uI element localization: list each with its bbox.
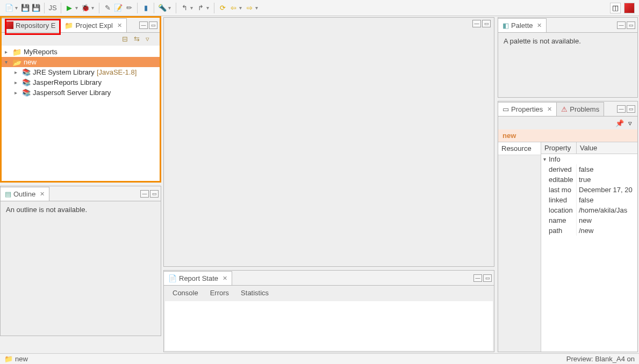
tab-label: Properties (511, 105, 543, 113)
toolbar-separator (154, 3, 154, 13)
report-state-subtabs: Console Errors Statistics (164, 286, 494, 300)
outline-panel: ▤ Outline ✕ — ▭ An outline is not availa… (0, 186, 161, 336)
collapse-all-icon[interactable]: ⊟ (122, 35, 131, 43)
minimize-button[interactable]: — (140, 190, 149, 198)
expand-arrow-icon[interactable]: ▸ (15, 69, 20, 75)
pin-icon[interactable]: 📌 (615, 119, 624, 127)
tree-label: Jaspersoft Server Library (33, 89, 111, 97)
dropdown-icon[interactable]: ▾ (168, 5, 173, 11)
close-icon[interactable]: ✕ (117, 22, 122, 29)
close-icon[interactable]: ✕ (547, 106, 552, 113)
subtab-errors[interactable]: Errors (210, 289, 229, 297)
tab-problems[interactable]: ⚠ Problems (557, 102, 604, 116)
status-bar: 📁 new Preview: Blank_A4 on (0, 353, 639, 364)
debug-icon[interactable]: 🐞 (81, 3, 90, 13)
maximize-button[interactable]: ▭ (627, 21, 635, 29)
palette-icon: ◧ (502, 21, 509, 30)
dropdown-icon[interactable]: ▾ (15, 5, 19, 11)
maximize-button[interactable]: ▭ (149, 21, 157, 29)
tree-item-jre[interactable]: ▸ 📚 JRE System Library [JavaSE-1.8] (2, 67, 160, 77)
category-resource[interactable]: Resource (498, 142, 541, 155)
collapse-arrow-icon[interactable]: ▾ (543, 156, 549, 162)
tab-project-explorer[interactable]: 📁 Project Expl ✕ (60, 18, 126, 32)
toolbar-separator (99, 3, 99, 13)
search-icon[interactable]: 🔦 (157, 3, 167, 13)
nav2-icon[interactable]: ↱ (196, 3, 205, 13)
status-left: new (15, 355, 28, 363)
view-menu-icon[interactable]: ▿ (146, 35, 154, 43)
toolbar-separator (61, 3, 61, 13)
tree-label: new (24, 58, 37, 66)
property-row: linkedfalse (541, 195, 637, 205)
toolbar-separator (214, 3, 214, 13)
dropdown-icon[interactable]: ▾ (75, 5, 80, 11)
link-editor-icon[interactable]: ⇆ (134, 35, 142, 43)
properties-selection-title: new (498, 129, 637, 142)
stop-icon[interactable]: ▮ (141, 3, 150, 13)
tab-label: Project Expl (75, 21, 112, 30)
minimize-button[interactable]: — (139, 21, 148, 29)
tree-item-myreports[interactable]: ▸ 📁 MyReports (2, 47, 160, 57)
perspective-open-icon[interactable]: ◫ (610, 3, 621, 13)
dropdown-icon[interactable]: ▾ (239, 5, 243, 11)
view-menu-icon[interactable]: ▿ (628, 119, 632, 127)
folder-icon: 📁 (64, 21, 73, 30)
maximize-button[interactable]: ▭ (150, 190, 159, 198)
subtab-console[interactable]: Console (173, 289, 198, 297)
tab-repository-explorer[interactable]: Repository E (2, 18, 60, 32)
minimize-button[interactable]: — (473, 274, 482, 282)
tab-outline[interactable]: ▤ Outline ✕ (1, 187, 49, 201)
minimize-button[interactable]: — (617, 105, 626, 113)
close-icon[interactable]: ✕ (222, 275, 227, 282)
js-icon[interactable]: JS (48, 3, 58, 13)
run-icon[interactable]: ▶ (64, 3, 74, 13)
expand-arrow-icon[interactable]: ▸ (5, 49, 10, 55)
tree-item-jaspersoft-server-lib[interactable]: ▸ 📚 Jaspersoft Server Library (2, 88, 160, 98)
jasper-icon (6, 21, 13, 29)
tree-label: JasperReports Library (33, 78, 102, 86)
properties-table: Property Value ▾ Info derivedfalse edita… (541, 142, 637, 352)
expand-arrow-icon[interactable]: ▸ (15, 90, 20, 96)
edit3-icon[interactable]: ✏ (124, 3, 134, 13)
close-icon[interactable]: ✕ (537, 22, 542, 29)
save-all-icon[interactable]: 💾 (31, 3, 41, 13)
save-icon[interactable]: 💾 (20, 3, 30, 13)
maximize-button[interactable]: ▭ (627, 105, 635, 113)
minimize-button[interactable]: — (472, 20, 481, 27)
tab-palette[interactable]: ◧ Palette ✕ (498, 18, 547, 32)
folder-open-icon: 📂 (12, 58, 21, 67)
expand-arrow-icon[interactable]: ▸ (15, 79, 20, 85)
property-row: last moDecember 17, 20 (541, 185, 637, 195)
library-icon: 📚 (22, 78, 31, 86)
minimize-button[interactable]: — (617, 21, 626, 29)
expand-arrow-icon[interactable]: ▾ (5, 59, 10, 65)
forward-icon[interactable]: ⇨ (245, 3, 254, 13)
subtab-statistics[interactable]: Statistics (241, 289, 269, 297)
edit2-icon[interactable]: 📝 (113, 3, 123, 13)
property-row: derivedfalse (541, 164, 637, 174)
tab-report-state[interactable]: 📄 Report State ✕ (164, 271, 232, 285)
back-icon[interactable]: ⇦ (228, 3, 238, 13)
dropdown-icon[interactable]: ▾ (206, 5, 211, 11)
tab-properties[interactable]: ▭ Properties ✕ (498, 102, 557, 116)
tree-item-jasperreports-lib[interactable]: ▸ 📚 JasperReports Library (2, 77, 160, 88)
perspective-jasper-icon[interactable] (624, 3, 635, 13)
dropdown-icon[interactable]: ▾ (91, 5, 96, 11)
report-state-panel: 📄 Report State ✕ — ▭ Console Errors Stat… (163, 270, 494, 352)
nav1-icon[interactable]: ↰ (180, 3, 189, 13)
palette-message: A palette is not available. (498, 33, 637, 49)
maximize-button[interactable]: ▭ (483, 274, 492, 282)
maximize-button[interactable]: ▭ (482, 20, 491, 27)
panel-toolbar: ⊟ ⇆ ▿ (2, 33, 160, 46)
edit-icon[interactable]: ✎ (103, 3, 112, 13)
property-group-info[interactable]: ▾ Info (541, 154, 637, 164)
new-icon[interactable]: 📄 (4, 3, 14, 13)
editor-area: — ▭ (163, 17, 494, 267)
dropdown-icon[interactable]: ▾ (255, 5, 260, 11)
toolbar-separator (176, 3, 176, 13)
tree-item-new[interactable]: ▾ 📂 new (2, 57, 160, 67)
dropdown-icon[interactable]: ▾ (190, 5, 195, 11)
refresh-icon[interactable]: ⟳ (218, 3, 227, 13)
status-right: Preview: Blank_A4 on (566, 355, 635, 363)
close-icon[interactable]: ✕ (40, 191, 45, 198)
